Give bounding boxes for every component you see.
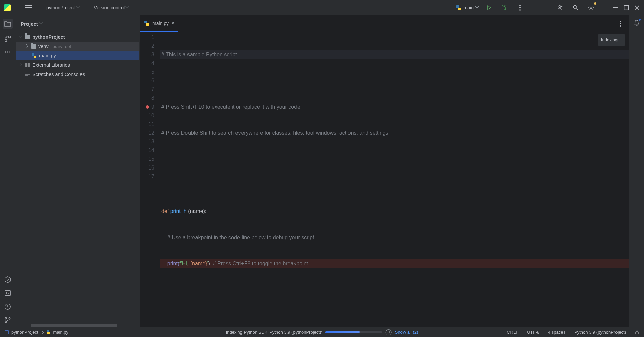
minimize-button[interactable]	[612, 5, 619, 11]
breadcrumb-project: pythonProject	[11, 330, 38, 335]
gutter-line[interactable]: 14	[140, 146, 160, 155]
tab-close-button[interactable]: ×	[171, 20, 174, 26]
pause-button[interactable]	[386, 329, 392, 335]
svg-point-10	[9, 51, 10, 52]
chevron-down-icon	[40, 22, 43, 25]
code-with-me-button[interactable]	[555, 2, 566, 13]
structure-tool-button[interactable]	[4, 35, 11, 42]
editor-gutter[interactable]: 1 2 3 4 5 6 7 8 9 10 11 12 13 14 15 16 1…	[140, 32, 160, 327]
line-number: 9	[151, 104, 154, 110]
gutter-line[interactable]: 16	[140, 163, 160, 172]
code-token: # Use a breakpoint in the code line belo…	[161, 234, 316, 240]
gutter-line[interactable]: 1	[140, 33, 160, 42]
collapse-arrow-icon[interactable]	[19, 63, 23, 67]
svg-point-8	[5, 51, 6, 52]
tree-scratches-label: Scratches and Consoles	[32, 72, 85, 77]
problems-tool-button[interactable]	[4, 303, 11, 310]
maximize-button[interactable]	[623, 5, 629, 11]
gutter-line[interactable]: 12	[140, 129, 160, 137]
more-vertical-icon	[620, 21, 621, 27]
tree-scratches[interactable]: Scratches and Consoles	[16, 70, 139, 79]
gutter-line[interactable]: 13	[140, 137, 160, 146]
left-tool-rail	[0, 15, 15, 327]
code-token: print(	[161, 261, 179, 266]
collapse-arrow-icon[interactable]	[25, 45, 29, 48]
code-content[interactable]: # This is a sample Python script. # Pres…	[160, 32, 629, 327]
tab-filename: main.py	[152, 21, 169, 26]
bug-icon	[501, 4, 508, 11]
vcs-dropdown[interactable]: Version control	[94, 5, 130, 10]
indent-widget[interactable]: 4 spaces	[548, 330, 566, 335]
tab-bar-actions	[615, 15, 629, 32]
tab-more-button[interactable]	[615, 18, 626, 29]
more-tools-button[interactable]	[4, 48, 11, 56]
editor-area: main.py × 1 2 3 4 5 6 7 8 9 10 11	[140, 15, 629, 327]
gutter-line[interactable]: 3	[140, 50, 160, 59]
indexing-badge: Indexing…	[598, 34, 625, 46]
project-panel-header[interactable]: Project	[15, 15, 140, 32]
project-dropdown[interactable]: pythonProject	[46, 5, 80, 10]
tree-external-libs[interactable]: External Libraries	[16, 60, 139, 70]
terminal-tool-button[interactable]	[4, 289, 11, 297]
svg-rect-17	[27, 63, 28, 67]
progress-bar	[325, 331, 382, 333]
titlebar-right: main	[455, 2, 640, 13]
tree-venv[interactable]: venv library root	[16, 42, 139, 51]
terminal-icon	[4, 289, 11, 297]
breakpoint-icon[interactable]	[146, 105, 149, 109]
gutter-line[interactable]: 9	[140, 103, 160, 111]
gutter-line[interactable]: 8	[140, 94, 160, 103]
background-tasks[interactable]: Indexing Python SDK 'Python 3.9 (pythonP…	[226, 329, 418, 335]
gutter-line[interactable]: 2	[140, 42, 160, 50]
close-icon	[634, 5, 640, 11]
tree-root[interactable]: pythonProject	[16, 32, 139, 42]
close-button[interactable]	[634, 5, 640, 11]
search-everywhere-button[interactable]	[570, 2, 581, 13]
chevron-down-icon	[76, 6, 80, 9]
expand-arrow-icon[interactable]	[19, 35, 23, 39]
scratches-icon	[25, 72, 30, 77]
show-all-link[interactable]: Show all (2)	[395, 330, 418, 335]
editor-tab-main-py[interactable]: main.py ×	[140, 15, 178, 32]
code-token: def	[161, 208, 170, 214]
python-icon	[31, 53, 37, 59]
run-config-dropdown[interactable]: main	[455, 5, 479, 11]
more-actions-button[interactable]	[515, 2, 525, 13]
maximize-icon	[623, 5, 629, 11]
gear-icon	[588, 4, 594, 11]
titlebar-left: pythonProject Version control	[4, 4, 129, 11]
tree-main-py[interactable]: main.py	[16, 51, 139, 60]
chevron-down-icon	[126, 6, 129, 9]
svg-rect-11	[5, 291, 10, 296]
line-separator-widget[interactable]: CRLF	[507, 330, 518, 335]
debug-button[interactable]	[499, 2, 510, 13]
interpreter-widget[interactable]: Python 3.9 (pythonProject)	[574, 330, 626, 335]
notifications-button[interactable]	[633, 19, 640, 27]
gutter-line[interactable]: 10	[140, 111, 160, 120]
readonly-toggle[interactable]	[635, 330, 639, 335]
code-token: (name):	[188, 208, 206, 214]
code-token: # This is a sample Python script.	[161, 52, 238, 57]
gutter-line[interactable]: 6	[140, 76, 160, 85]
run-button[interactable]	[484, 2, 494, 13]
horizontal-scrollbar[interactable]	[31, 324, 117, 327]
gutter-line[interactable]: 7	[140, 85, 160, 94]
tree-root-label: pythonProject	[32, 34, 65, 40]
settings-button[interactable]	[586, 2, 596, 13]
gutter-line[interactable]: 15	[140, 155, 160, 163]
main-menu-button[interactable]	[25, 4, 32, 11]
svg-rect-5	[5, 36, 7, 38]
encoding-widget[interactable]: UTF-8	[527, 330, 539, 335]
code-token: print_hi	[170, 208, 188, 214]
code-editor[interactable]: 1 2 3 4 5 6 7 8 9 10 11 12 13 14 15 16 1…	[140, 32, 629, 327]
gutter-line[interactable]: 17	[140, 172, 160, 181]
gutter-line[interactable]: 4	[140, 59, 160, 68]
right-tool-rail	[629, 15, 644, 327]
gutter-line[interactable]: 11	[140, 120, 160, 129]
navigation-breadcrumb[interactable]: pythonProject main.py	[5, 330, 68, 335]
svg-rect-16	[25, 63, 26, 67]
gutter-line[interactable]: 5	[140, 68, 160, 76]
services-tool-button[interactable]	[4, 276, 11, 283]
vcs-tool-button[interactable]	[4, 316, 11, 324]
project-tool-button[interactable]	[3, 19, 13, 29]
